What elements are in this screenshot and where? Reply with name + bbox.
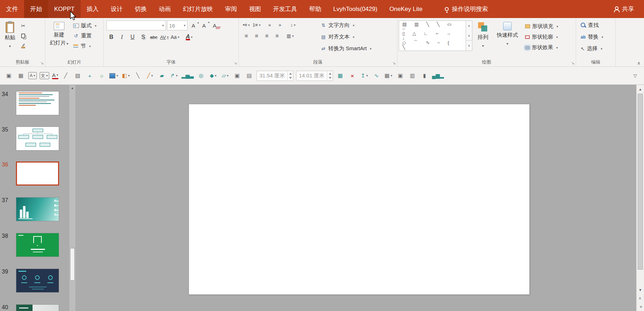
bold-button[interactable]: B xyxy=(107,33,116,42)
shape-gallery-row[interactable]: ◇ ⌒ ∿ ~ { ╲ xyxy=(402,40,462,49)
slide-34-thumbnail[interactable] xyxy=(16,91,59,115)
grow-font-button[interactable]: A xyxy=(189,21,198,30)
decrease-indent-button[interactable]: « xyxy=(265,20,274,29)
tab-file[interactable]: 文件 xyxy=(0,0,24,18)
reset-button[interactable]: ↺ 重置 xyxy=(71,31,98,40)
dialog-launcher-icon[interactable]: ↘ xyxy=(392,61,396,65)
shape-gallery-row[interactable]: ▯ △ ∟ ⌐ → ↓ xyxy=(402,31,462,40)
share-button[interactable]: 共享 xyxy=(604,0,644,18)
tab-insert[interactable]: 插入 xyxy=(81,0,105,18)
tab-view[interactable]: 视图 xyxy=(243,0,267,18)
slide-39-thumbnail[interactable] xyxy=(16,269,59,293)
next-slide-button[interactable]: « xyxy=(636,303,644,311)
tab-home[interactable]: 开始 xyxy=(24,0,48,18)
picture-icon[interactable]: ▨ xyxy=(73,71,82,81)
single-bar-icon[interactable]: ▮ xyxy=(420,71,429,81)
send-to-back-icon[interactable]: ▤ xyxy=(245,71,254,81)
panel-scroll-up-button[interactable]: ▲ xyxy=(69,85,75,91)
fill-color-swatch[interactable] xyxy=(109,71,119,81)
bring-to-front-icon[interactable]: ▣ xyxy=(232,71,242,81)
vertical-scrollbar[interactable]: ▲ ▼ « « xyxy=(636,85,644,311)
step-up-icon[interactable] xyxy=(288,71,293,76)
tab-review[interactable]: 审阅 xyxy=(219,0,243,18)
highlighter-icon[interactable]: ▰ xyxy=(157,71,167,81)
justify-button[interactable]: ≡ xyxy=(272,31,282,40)
text-direction-button[interactable]: ⇅ 文字方向 xyxy=(319,20,373,30)
paint-bucket-button[interactable]: ◧ xyxy=(121,71,131,81)
shape-effects-button[interactable]: 形状效果 xyxy=(523,43,560,52)
font-color-button[interactable]: A xyxy=(52,72,58,79)
previous-slide-button[interactable]: « xyxy=(636,295,644,302)
align-text-button[interactable]: ▤ 对齐文本 xyxy=(319,32,373,42)
scroll-up-button[interactable]: ▲ xyxy=(637,85,644,93)
tab-design[interactable]: 设计 xyxy=(105,0,129,18)
gallery-scroll-up-button[interactable]: ∧ xyxy=(466,21,472,31)
dialog-launcher-icon[interactable]: ↘ xyxy=(234,61,237,65)
duplicate-icon[interactable]: ▣ xyxy=(396,71,405,81)
height-stepper[interactable] xyxy=(327,71,333,81)
scroll-down-button[interactable]: ▼ xyxy=(637,286,644,294)
layout-button[interactable]: 版式 xyxy=(71,21,98,30)
pin-icon[interactable]: + xyxy=(85,71,94,81)
slide-40-thumbnail[interactable] xyxy=(16,304,59,311)
paste-button[interactable]: 粘贴 xyxy=(1,20,18,59)
font-size-combo[interactable]: 16 xyxy=(167,20,188,30)
skew-button[interactable]: ▱ xyxy=(220,71,230,81)
format-brush-icon[interactable]: ∿ xyxy=(372,71,381,81)
width-stepper[interactable] xyxy=(287,71,293,81)
border-style-button[interactable]: ▦ xyxy=(384,71,393,81)
italic-button[interactable]: I xyxy=(117,33,127,42)
panel-scrollbar-thumb[interactable] xyxy=(70,248,75,281)
replace-button[interactable]: ab 替换 xyxy=(579,32,613,42)
tab-help[interactable]: 帮助 xyxy=(303,0,327,18)
pencil-button[interactable]: ╱ xyxy=(145,71,155,81)
table-borders-icon[interactable]: ▦ xyxy=(336,71,345,81)
step-up-icon[interactable] xyxy=(327,71,333,76)
arrange-objects-icon[interactable]: ▣ xyxy=(4,71,13,81)
quick-styles-button[interactable]: 快速样式 xyxy=(494,20,521,59)
arrange-button[interactable]: 排列 xyxy=(475,20,491,59)
gallery-more-button[interactable]: ∨ xyxy=(466,40,472,51)
slide-38-thumbnail[interactable] xyxy=(16,233,59,257)
shape-outline-button[interactable]: 形状轮廓 xyxy=(523,32,560,42)
align-bars-icon[interactable]: ▥ xyxy=(408,71,417,81)
numbering-button[interactable]: 1≡ xyxy=(252,20,261,29)
distribute-objects-icon[interactable]: ▦ xyxy=(16,71,25,81)
collapse-ribbon-button[interactable]: ∧ xyxy=(637,60,640,66)
export-file-button[interactable]: ↥ xyxy=(360,71,369,81)
step-down-icon[interactable] xyxy=(327,76,333,81)
character-spacing-button[interactable]: AV xyxy=(160,33,169,42)
shape-height-field[interactable]: 14.01 厘米 xyxy=(296,71,333,81)
ink-pen-icon[interactable]: ╲ xyxy=(133,71,143,81)
underline-button[interactable]: U xyxy=(128,33,137,42)
find-button[interactable]: 查找 xyxy=(579,20,613,30)
shape-fill-button[interactable]: 形状填充 xyxy=(523,22,560,31)
donut-chart-icon[interactable]: ◎ xyxy=(196,71,206,81)
tab-slide-show[interactable]: 幻灯片放映 xyxy=(177,0,219,18)
panel-scrollbar[interactable]: ▲ xyxy=(69,85,75,311)
scrollbar-thumb[interactable] xyxy=(638,94,643,270)
change-case-button[interactable]: Aa xyxy=(170,33,180,42)
tab-lvyhtools[interactable]: LvyhTools(0429) xyxy=(327,0,384,18)
oval-icon[interactable]: ○ xyxy=(97,71,107,81)
eyedropper-icon[interactable]: ╱ xyxy=(61,71,70,81)
columns-button[interactable]: ▥ xyxy=(286,31,295,40)
step-down-icon[interactable] xyxy=(288,76,293,81)
tab-transitions[interactable]: 切换 xyxy=(129,0,153,18)
strikethrough-button[interactable]: abc xyxy=(149,33,159,42)
align-right-button[interactable]: ≡ xyxy=(262,31,271,40)
tab-onekey-lite[interactable]: OneKey Lite xyxy=(383,0,429,18)
export-slides-button[interactable]: ↱ xyxy=(169,71,179,81)
font-color-button[interactable]: A xyxy=(184,33,194,42)
shape-gallery[interactable]: ▤ ▥ ╲ ╲ ▭ ○ ▯ △ ∟ ⌐ → ↓ ◇ ⌒ ∿ ~ { ╲ xyxy=(399,20,466,51)
slide-35-thumbnail[interactable] xyxy=(16,127,59,151)
shape-width-field[interactable]: 31.54 厘米 xyxy=(257,71,293,81)
slide-36-thumbnail-selected[interactable] xyxy=(16,162,59,186)
font-name-combo[interactable] xyxy=(107,20,166,30)
shape-gallery-row[interactable]: ▤ ▥ ╲ ╲ ▭ ○ xyxy=(402,22,462,31)
dialog-launcher-icon[interactable]: ↘ xyxy=(40,61,44,65)
align-center-button[interactable]: ≡ xyxy=(252,31,261,40)
vertical-text-box-button[interactable]: 文 xyxy=(40,72,50,79)
select-button[interactable]: ↖ 选择 xyxy=(579,44,613,53)
tab-developer[interactable]: 开发工具 xyxy=(267,0,303,18)
